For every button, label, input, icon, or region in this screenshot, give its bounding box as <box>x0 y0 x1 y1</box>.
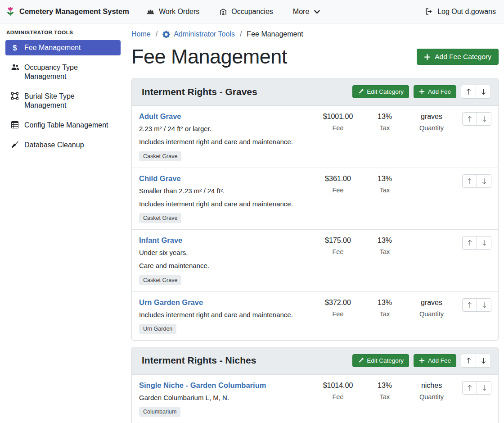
fee-amount-col: $175.00 Fee <box>315 236 361 255</box>
add-fee-button[interactable]: Add Fee <box>414 85 456 98</box>
move-fee-down-button[interactable] <box>477 174 491 188</box>
person-shelter-icon <box>219 8 227 16</box>
category-card-graves: Interment Rights - Graves Edit Category … <box>131 78 499 341</box>
edit-category-label: Edit Category <box>367 357 404 364</box>
move-fee-up-button[interactable] <box>462 381 477 395</box>
gear-icon <box>162 31 170 38</box>
move-fee-up-button[interactable] <box>462 174 477 188</box>
category-card-niches: Interment Rights - Niches Edit Category … <box>131 347 499 423</box>
sidebar: Administrator Tools $ Fee Management Occ… <box>0 23 126 423</box>
fee-reorder-group <box>455 112 491 126</box>
fee-name-link[interactable]: Adult Grave <box>139 112 181 121</box>
fee-tax: 13% <box>361 382 408 390</box>
sidebar-item-config-table-management[interactable]: Config Table Management <box>5 118 121 133</box>
fee-type-badge: Columbarium <box>139 407 180 417</box>
fee-tax-col: 13% Tax <box>361 112 408 132</box>
fee-amount-col: $361.00 Fee <box>315 174 361 194</box>
fee-quantity-col: niches Quantity <box>408 381 455 400</box>
fee-tax-label: Tax <box>361 393 408 400</box>
fee-amount-label: Fee <box>315 393 361 400</box>
plus-icon <box>419 89 425 95</box>
app-brand[interactable]: Cemetery Management System <box>5 6 129 17</box>
fee-description: Includes interment right and care and ma… <box>139 137 310 146</box>
move-fee-down-button[interactable] <box>477 236 491 250</box>
sidebar-item-label: Config Table Management <box>24 121 108 130</box>
fee-name-link[interactable]: Urn Garden Grave <box>139 298 203 307</box>
fee-reorder-group <box>455 236 491 250</box>
breadcrumb-current: Fee Management <box>247 30 303 38</box>
fee-description: Includes interment right and care and ma… <box>139 200 310 209</box>
move-fee-down-button[interactable] <box>477 112 491 126</box>
fee-quantity-label: Quantity <box>408 310 455 318</box>
nav-work-orders[interactable]: Work Orders <box>146 8 199 16</box>
fee-tax-label: Tax <box>361 248 408 255</box>
move-fee-down-button[interactable] <box>477 381 491 395</box>
broom-icon <box>10 141 20 148</box>
breadcrumb-home-link[interactable]: Home <box>131 30 151 38</box>
move-category-up-button[interactable] <box>461 354 476 368</box>
fee-quantity-unit: niches <box>408 382 455 390</box>
sidebar-item-burial-site-type-management[interactable]: Burial Site Type Management <box>5 89 121 113</box>
breadcrumb: Home / Administrator Tools / Fee Managem… <box>131 30 499 38</box>
edit-category-button[interactable]: Edit Category <box>352 354 409 367</box>
sidebar-item-occupancy-type-management[interactable]: Occupancy Type Management <box>5 60 121 84</box>
fee-name-link[interactable]: Single Niche - Garden Columbarium <box>139 381 266 390</box>
add-fee-category-label: Add Fee Category <box>435 53 491 61</box>
fee-amount-label: Fee <box>315 310 361 318</box>
fee-description: Smaller than 2.23 m² / 24 ft². <box>139 186 310 196</box>
fee-reorder-group <box>455 298 491 312</box>
app-title: Cemetery Management System <box>19 7 129 16</box>
fee-amount: $1014.00 <box>315 382 361 390</box>
chevron-down-icon <box>314 10 320 14</box>
nav-occupancies[interactable]: Occupancies <box>219 8 273 16</box>
fee-tax-col: 13% Tax <box>361 381 408 400</box>
fee-amount: $175.00 <box>315 237 361 245</box>
add-fee-button[interactable]: Add Fee <box>414 354 456 367</box>
fee-tax-col: 13% Tax <box>361 174 408 194</box>
fee-description: Under six years. <box>139 248 310 257</box>
hard-hat-icon <box>146 8 155 15</box>
add-fee-category-button[interactable]: Add Fee Category <box>417 49 499 65</box>
category-title: Interment Rights - Niches <box>142 355 256 366</box>
logout-label: Log Out d.gowans <box>437 8 496 16</box>
plus-icon <box>419 358 425 364</box>
fee-amount: $372.00 <box>315 299 361 307</box>
page-header: Fee Management Add Fee Category <box>131 45 499 68</box>
breadcrumb-home-label: Home <box>131 30 151 38</box>
fee-reorder-group <box>455 381 491 395</box>
fee-description: 2.23 m² / 24 ft² or larger. <box>139 124 310 133</box>
move-category-down-button[interactable] <box>476 85 491 99</box>
fee-row-adult-grave: Adult Grave 2.23 m² / 24 ft² or larger. … <box>132 105 498 168</box>
edit-category-button[interactable]: Edit Category <box>352 85 409 98</box>
move-category-down-button[interactable] <box>476 354 491 368</box>
category-header: Interment Rights - Graves Edit Category … <box>132 78 498 105</box>
fee-quantity-unit: graves <box>408 299 455 307</box>
fee-name-link[interactable]: Child Grave <box>139 174 181 183</box>
fee-amount: $361.00 <box>315 175 361 183</box>
fee-description: Includes interment right and care and ma… <box>139 310 310 319</box>
main-content: Home / Administrator Tools / Fee Managem… <box>126 23 504 423</box>
sidebar-item-database-cleanup[interactable]: Database Cleanup <box>5 137 121 153</box>
category-reorder-group <box>461 85 491 99</box>
add-fee-label: Add Fee <box>428 88 451 95</box>
nav-work-orders-label: Work Orders <box>159 8 199 16</box>
fee-row-child-grave: Child Grave Smaller than 2.23 m² / 24 ft… <box>132 168 498 230</box>
move-fee-up-button[interactable] <box>462 112 477 126</box>
plus-icon <box>424 54 431 60</box>
fee-name-link[interactable]: Infant Grave <box>139 236 182 245</box>
nav-more-menu[interactable]: More <box>293 8 320 16</box>
category-header: Interment Rights - Niches Edit Category … <box>132 347 498 374</box>
fee-type-badge: Casket Grave <box>139 275 181 285</box>
move-fee-up-button[interactable] <box>462 236 477 250</box>
nav-more-label: More <box>293 8 309 16</box>
logout-icon <box>425 8 433 15</box>
fee-tax: 13% <box>361 237 408 245</box>
sidebar-item-fee-management[interactable]: $ Fee Management <box>5 40 121 55</box>
move-fee-down-button[interactable] <box>477 298 491 312</box>
move-fee-up-button[interactable] <box>462 298 477 312</box>
fee-quantity-col: graves Quantity <box>408 298 455 318</box>
breadcrumb-admin-tools-link[interactable]: Administrator Tools <box>162 30 235 38</box>
logout-button[interactable]: Log Out d.gowans <box>425 8 496 16</box>
fee-tax-col: 13% Tax <box>361 236 408 255</box>
move-category-up-button[interactable] <box>461 85 476 99</box>
